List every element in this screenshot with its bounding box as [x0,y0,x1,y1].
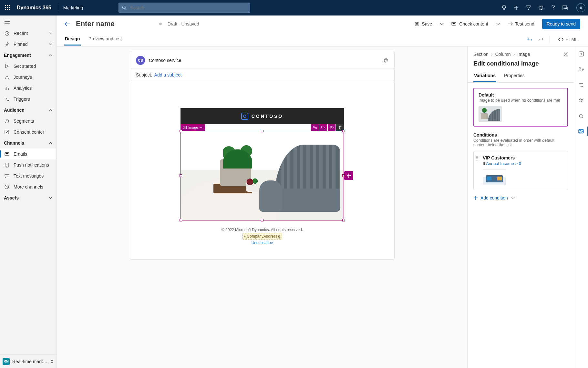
button-label: Add condition [480,195,508,200]
nav-push[interactable]: Push notifications [0,159,56,170]
nav-triggers[interactable]: Triggers [0,94,56,105]
conditional-action[interactable] [319,124,327,131]
rail-brand-icon[interactable] [577,112,585,120]
nav-group-label: Assets [4,195,19,200]
page-title[interactable]: Enter name [76,20,115,28]
unsubscribe-link[interactable]: Unsubscribe [252,240,273,245]
divider [550,36,550,43]
area-switcher[interactable]: RM Real-time marketi… [0,354,56,368]
nav-group-label: Audience [4,107,24,113]
condition-expression: If Annual Income > 0 [483,161,563,166]
status-text: Draft - Unsaved [168,21,199,26]
nav-recent[interactable]: Recent [0,28,56,39]
crumb-section[interactable]: Section [473,52,489,57]
chat-icon[interactable] [562,5,569,11]
rail-add-icon[interactable] [577,50,585,58]
condition-card[interactable]: VIP Customers If Annual Income > 0 [473,151,568,190]
chevron-down-icon [49,43,52,46]
undo-button[interactable] [527,37,532,42]
main: Enter name Draft - Unsaved Save Check co… [57,15,588,368]
canvas-scroll[interactable]: CS Contoso service Subject: Add a subjec… [57,46,467,368]
help-icon[interactable] [550,5,556,11]
company-address-token[interactable]: {{CompanyAddress}} [242,233,282,240]
app-name[interactable]: Marketing [63,5,83,10]
rail-outline-icon[interactable] [577,81,585,89]
global-search[interactable] [119,3,250,13]
rail-image-icon[interactable] [577,127,585,136]
svg-rect-2 [9,5,10,6]
nav-more-channels[interactable]: More channels [0,181,56,192]
test-send-button[interactable]: Test send [505,19,537,29]
condition-thumb[interactable] [483,169,506,185]
add-subject-link[interactable]: Add a subject [154,72,182,77]
default-variation-card[interactable]: Default Image to be used when no conditi… [473,88,568,127]
nav-label: Analytics [14,86,32,91]
nav-pinned[interactable]: Pinned [0,39,56,50]
lightbulb-icon[interactable] [501,5,507,11]
link-action[interactable] [311,124,319,131]
nav-analytics[interactable]: Analytics [0,83,56,94]
element-chip[interactable]: Image [181,124,205,131]
nav-group-channels[interactable]: Channels [0,138,56,148]
rail-audience-icon[interactable] [577,96,585,105]
nav-group-audience[interactable]: Audience [0,105,56,116]
redo-button[interactable] [538,37,544,42]
save-dropdown[interactable] [438,23,444,25]
nav-segments[interactable]: Segments [0,116,56,127]
sender-name[interactable]: Contoso service [149,58,181,63]
email-canvas: CS Contoso service Subject: Add a subjec… [130,51,395,260]
condition-name: VIP Customers [483,155,563,160]
svg-line-10 [125,8,126,10]
gear-icon[interactable] [538,5,544,11]
drag-handle-icon[interactable] [476,156,478,160]
tab-variations[interactable]: Variations [473,70,496,82]
move-handle[interactable] [344,171,353,180]
nav-journeys[interactable]: Journeys [0,72,56,83]
ready-to-send-button[interactable]: Ready to send [542,19,580,29]
default-thumb[interactable] [479,106,502,122]
check-dropdown[interactable] [494,23,500,25]
tab-preview[interactable]: Preview and test [88,33,123,46]
nav-group-assets[interactable]: Assets [0,192,56,203]
save-button[interactable]: Save [412,19,435,29]
tab-properties[interactable]: Properties [503,70,525,82]
email-body[interactable]: CONTOSO Image [130,82,394,259]
nav-get-started[interactable]: Get started [0,61,56,72]
app-launcher-icon[interactable] [2,2,14,14]
check-content-button[interactable]: Check content [449,19,491,29]
nav-label: Consent center [14,129,44,135]
button-label: Ready to send [547,21,576,26]
close-panel-icon[interactable] [564,52,568,56]
back-button[interactable] [64,22,70,26]
left-nav: Recent Pinned Engagement Get started Jou… [0,15,57,368]
nav-consent[interactable]: Consent center [0,127,56,138]
svg-point-25 [580,130,581,131]
segments-icon [4,119,10,123]
crumb-column[interactable]: Column [495,52,511,57]
chevron-down-icon [511,197,515,199]
tab-design[interactable]: Design [64,33,81,46]
rail-personalize-icon[interactable] [577,65,585,74]
nav-text[interactable]: Text messages [0,170,56,181]
search-input[interactable] [129,5,247,11]
hamburger-icon[interactable] [0,15,56,28]
personalize-action[interactable] [328,124,335,131]
nav-label: Recent [14,31,28,36]
filter-icon[interactable] [525,5,532,11]
svg-rect-5 [9,7,10,8]
condition-link[interactable]: Annual Income > 0 [486,161,521,166]
plus-icon[interactable] [513,5,520,11]
svg-rect-7 [7,9,8,10]
canvas-settings-icon[interactable] [383,58,388,63]
consent-icon [4,130,10,134]
add-condition-button[interactable]: Add condition [473,195,568,200]
user-avatar[interactable]: # [576,3,585,12]
email-brand-header[interactable]: CONTOSO [181,108,344,124]
brand-title: Dynamics 365 [17,5,51,11]
status-dot [159,23,162,25]
nav-group-engagement[interactable]: Engagement [0,50,56,61]
html-button[interactable]: HTML [556,34,580,45]
chip-label: Image [188,126,198,129]
nav-emails[interactable]: Emails [0,148,56,159]
selected-image-element[interactable] [181,131,344,220]
